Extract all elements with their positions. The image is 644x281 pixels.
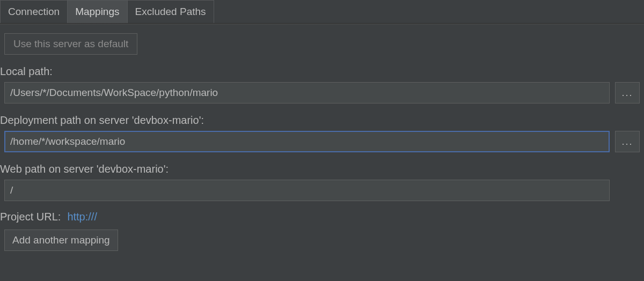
add-another-mapping-button[interactable]: Add another mapping	[4, 230, 118, 251]
project-url-label: Project URL:	[0, 211, 61, 223]
web-path-input[interactable]	[4, 180, 610, 201]
tab-mappings[interactable]: Mappings	[67, 0, 127, 23]
use-as-default-button[interactable]: Use this server as default	[4, 33, 137, 55]
local-path-browse-button[interactable]: ...	[615, 82, 640, 103]
tab-bar: Connection Mappings Excluded Paths	[0, 0, 644, 24]
tab-connection[interactable]: Connection	[0, 0, 68, 23]
deployment-path-browse-button[interactable]: ...	[615, 131, 640, 152]
tab-excluded-paths[interactable]: Excluded Paths	[127, 0, 214, 23]
deployment-path-label: Deployment path on server 'devbox-mario'…	[0, 103, 644, 131]
local-path-input[interactable]	[4, 82, 610, 103]
deployment-mappings-panel: Connection Mappings Excluded Paths Use t…	[0, 0, 644, 281]
mappings-content: Use this server as default Local path: .…	[0, 25, 644, 281]
web-path-label: Web path on server 'devbox-mario':	[0, 152, 644, 180]
project-url-link[interactable]: http:///	[67, 211, 97, 223]
local-path-label: Local path:	[0, 55, 644, 82]
deployment-path-input[interactable]	[4, 131, 610, 152]
